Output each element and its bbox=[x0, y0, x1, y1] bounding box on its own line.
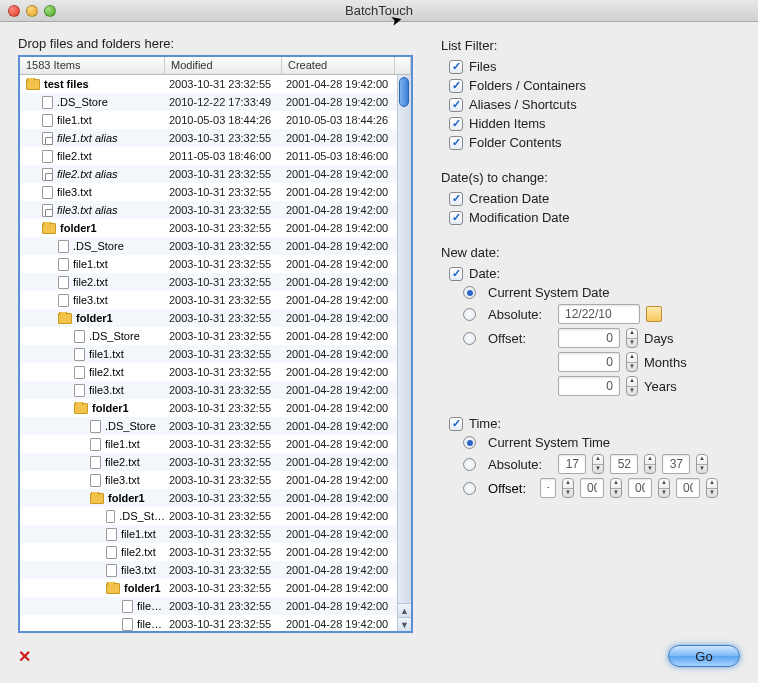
table-row[interactable]: file3.txt2003-10-31 23:32:552001-04-28 1… bbox=[20, 183, 411, 201]
offset-days-input[interactable] bbox=[558, 328, 620, 348]
stepper-th[interactable]: ▲▼ bbox=[592, 454, 604, 474]
file-name: folder1 bbox=[124, 582, 161, 594]
cell-created: 2001-04-28 19:42:00 bbox=[282, 456, 411, 468]
file-table[interactable]: 1583 Items Modified Created test files20… bbox=[18, 55, 413, 633]
stepper-months[interactable]: ▲▼ bbox=[626, 352, 638, 372]
col-items[interactable]: 1583 Items bbox=[20, 57, 165, 74]
table-row[interactable]: file2.txt alias2003-10-31 23:32:552001-0… bbox=[20, 165, 411, 183]
file-name: file3.txt bbox=[73, 294, 108, 306]
table-row[interactable]: file2.txt2003-10-31 23:32:552001-04-28 1… bbox=[20, 453, 411, 471]
cell-created: 2001-04-28 19:42:00 bbox=[282, 132, 411, 144]
time-om-input[interactable] bbox=[628, 478, 652, 498]
table-row[interactable]: folder12003-10-31 23:32:552001-04-28 19:… bbox=[20, 489, 411, 507]
table-row[interactable]: folder12003-10-31 23:32:552001-04-28 19:… bbox=[20, 219, 411, 237]
cell-created: 2011-05-03 18:46:00 bbox=[282, 150, 411, 162]
table-row[interactable]: file2.txt2003-10-31 23:32:552001-04-28 1… bbox=[20, 363, 411, 381]
time-h-input[interactable] bbox=[558, 454, 586, 474]
stepper-oh[interactable]: ▲▼ bbox=[610, 478, 622, 498]
stepper-os[interactable]: ▲▼ bbox=[706, 478, 718, 498]
table-row[interactable]: file3.txt2003-10-31 23:32:552001-04-28 1… bbox=[20, 381, 411, 399]
offset-months-input[interactable] bbox=[558, 352, 620, 372]
stepper-sign[interactable]: ▲▼ bbox=[562, 478, 574, 498]
lbl-modification-date: Modification Date bbox=[469, 210, 569, 225]
chk-aliases[interactable] bbox=[449, 98, 463, 112]
folder-icon bbox=[26, 79, 40, 90]
table-row[interactable]: file3.txt alias2003-10-31 23:32:552001-0… bbox=[20, 201, 411, 219]
table-row[interactable]: .DS_Store2003-10-31 23:32:552001-04-28 1… bbox=[20, 417, 411, 435]
table-row[interactable]: file3.txt2003-10-31 23:32:552001-04-28 1… bbox=[20, 291, 411, 309]
lbl-hidden: Hidden Items bbox=[469, 116, 546, 131]
cell-created: 2001-04-28 19:42:00 bbox=[282, 294, 411, 306]
file-icon bbox=[106, 564, 117, 577]
radio-time-current[interactable] bbox=[463, 436, 476, 449]
table-row[interactable]: file1.txt2010-05-03 18:44:262010-05-03 1… bbox=[20, 111, 411, 129]
table-row[interactable]: file…2003-10-31 23:32:552001-04-28 19:42… bbox=[20, 597, 411, 615]
table-row[interactable]: file1.txt2003-10-31 23:32:552001-04-28 1… bbox=[20, 255, 411, 273]
cell-modified: 2010-12-22 17:33:49 bbox=[165, 96, 282, 108]
table-row[interactable]: file2.txt2011-05-03 18:46:002011-05-03 1… bbox=[20, 147, 411, 165]
remove-button[interactable]: ✕ bbox=[18, 647, 31, 666]
scroll-down-icon[interactable]: ▼ bbox=[398, 617, 411, 631]
offset-years-input[interactable] bbox=[558, 376, 620, 396]
chk-date[interactable] bbox=[449, 267, 463, 281]
table-row[interactable]: file…2003-10-31 23:32:552001-04-28 19:42… bbox=[20, 615, 411, 631]
col-modified[interactable]: Modified bbox=[165, 57, 282, 74]
table-row[interactable]: file1.txt alias2003-10-31 23:32:552001-0… bbox=[20, 129, 411, 147]
scrollbar[interactable]: ▲ ▼ bbox=[397, 75, 411, 631]
table-row[interactable]: .DS_Store2010-12-22 17:33:492001-04-28 1… bbox=[20, 93, 411, 111]
table-row[interactable]: .DS_Store2003-10-31 23:32:552001-04-28 1… bbox=[20, 237, 411, 255]
table-row[interactable]: test files2003-10-31 23:32:552001-04-28 … bbox=[20, 75, 411, 93]
table-row[interactable]: folder12003-10-31 23:32:552001-04-28 19:… bbox=[20, 399, 411, 417]
file-name: file2.txt bbox=[57, 150, 92, 162]
table-row[interactable]: file1.txt2003-10-31 23:32:552001-04-28 1… bbox=[20, 525, 411, 543]
col-created[interactable]: Created bbox=[282, 57, 395, 74]
table-row[interactable]: file3.txt2003-10-31 23:32:552001-04-28 1… bbox=[20, 471, 411, 489]
calendar-icon[interactable] bbox=[646, 306, 662, 322]
radio-date-absolute[interactable] bbox=[463, 308, 476, 321]
chk-files[interactable] bbox=[449, 60, 463, 74]
scroll-thumb[interactable] bbox=[399, 77, 409, 107]
scroll-up-icon[interactable]: ▲ bbox=[398, 603, 411, 617]
chk-contents[interactable] bbox=[449, 136, 463, 150]
table-row[interactable]: file3.txt2003-10-31 23:32:552001-04-28 1… bbox=[20, 561, 411, 579]
table-row[interactable]: folder12003-10-31 23:32:552001-04-28 19:… bbox=[20, 309, 411, 327]
time-oh-input[interactable] bbox=[580, 478, 604, 498]
cell-created: 2001-04-28 19:42:00 bbox=[282, 276, 411, 288]
stepper-years[interactable]: ▲▼ bbox=[626, 376, 638, 396]
time-s-input[interactable] bbox=[662, 454, 690, 474]
stepper-tm[interactable]: ▲▼ bbox=[644, 454, 656, 474]
radio-time-offset[interactable] bbox=[463, 482, 476, 495]
table-row[interactable]: file1.txt2003-10-31 23:32:552001-04-28 1… bbox=[20, 435, 411, 453]
file-name: file2.txt alias bbox=[57, 168, 118, 180]
folder-icon bbox=[42, 223, 56, 234]
stepper-days[interactable]: ▲▼ bbox=[626, 328, 638, 348]
chk-creation-date[interactable] bbox=[449, 192, 463, 206]
alias-icon bbox=[42, 168, 53, 181]
cell-created: 2001-04-28 19:42:00 bbox=[282, 186, 411, 198]
stepper-om[interactable]: ▲▼ bbox=[658, 478, 670, 498]
chk-time[interactable] bbox=[449, 417, 463, 431]
table-row[interactable]: file2.txt2003-10-31 23:32:552001-04-28 1… bbox=[20, 273, 411, 291]
table-row[interactable]: file1.txt2003-10-31 23:32:552001-04-28 1… bbox=[20, 345, 411, 363]
table-row[interactable]: folder12003-10-31 23:32:552001-04-28 19:… bbox=[20, 579, 411, 597]
radio-date-current[interactable] bbox=[463, 286, 476, 299]
go-button[interactable]: Go bbox=[668, 645, 740, 667]
time-offset-sign[interactable] bbox=[540, 478, 556, 498]
radio-time-absolute[interactable] bbox=[463, 458, 476, 471]
time-m-input[interactable] bbox=[610, 454, 638, 474]
date-absolute-input[interactable] bbox=[558, 304, 640, 324]
cell-created: 2001-04-28 19:42:00 bbox=[282, 438, 411, 450]
chk-hidden[interactable] bbox=[449, 117, 463, 131]
chk-folders[interactable] bbox=[449, 79, 463, 93]
cell-created: 2001-04-28 19:42:00 bbox=[282, 384, 411, 396]
table-row[interactable]: .DS_St…2003-10-31 23:32:552001-04-28 19:… bbox=[20, 507, 411, 525]
time-os-input[interactable] bbox=[676, 478, 700, 498]
chk-modification-date[interactable] bbox=[449, 211, 463, 225]
file-name: file1.txt bbox=[121, 528, 156, 540]
stepper-ts[interactable]: ▲▼ bbox=[696, 454, 708, 474]
titlebar[interactable]: BatchTouch ➤ bbox=[0, 0, 758, 22]
table-row[interactable]: .DS_Store2003-10-31 23:32:552001-04-28 1… bbox=[20, 327, 411, 345]
cell-created: 2001-04-28 19:42:00 bbox=[282, 528, 411, 540]
radio-date-offset[interactable] bbox=[463, 332, 476, 345]
table-row[interactable]: file2.txt2003-10-31 23:32:552001-04-28 1… bbox=[20, 543, 411, 561]
